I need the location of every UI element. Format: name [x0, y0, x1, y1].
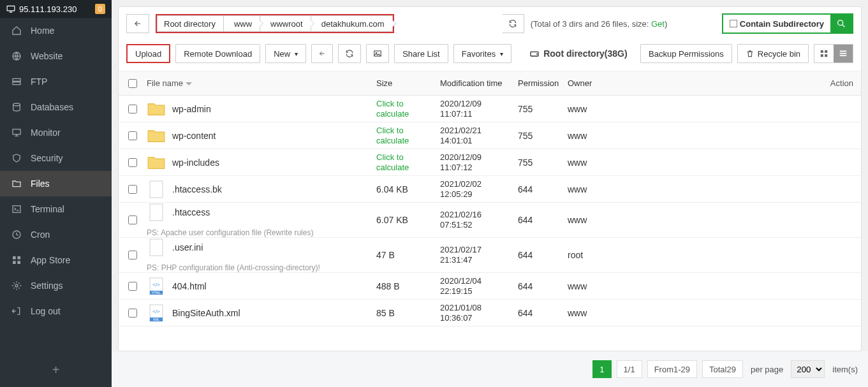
globe-icon — [11, 51, 22, 61]
table-row[interactable]: .user.ini PS: PHP configuration file (An… — [119, 238, 861, 273]
file-icon — [147, 238, 166, 257]
row-checkbox[interactable] — [128, 131, 137, 140]
sidebar-item-monitor[interactable]: Monitor — [0, 120, 112, 145]
svg-rect-25 — [150, 181, 163, 198]
file-name[interactable]: .htaccess.bk — [172, 184, 222, 194]
file-name[interactable]: wp-includes — [172, 157, 219, 168]
row-checkbox[interactable] — [128, 309, 137, 318]
backup-permissions-button[interactable]: Backup Permissions — [640, 44, 732, 63]
row-checkbox[interactable] — [128, 251, 137, 259]
folder-icon — [147, 99, 166, 119]
table-row[interactable]: wp-includes Click to calculate 2020/12/0… — [119, 149, 861, 176]
breadcrumb-refresh-button[interactable] — [503, 14, 524, 33]
table-row[interactable]: .htaccess PS: Apache user configuration … — [119, 203, 861, 238]
column-owner-header[interactable]: Owner — [568, 78, 809, 88]
get-size-link[interactable]: Get — [651, 19, 665, 29]
refresh-button[interactable] — [338, 44, 361, 63]
contain-subdirectory-toggle[interactable]: Contain Subdirectory — [723, 19, 830, 29]
db-icon — [11, 102, 22, 112]
sidebar-item-shield[interactable]: Security — [0, 145, 112, 171]
view-grid-button[interactable] — [814, 45, 834, 62]
breadcrumb-seg-1[interactable]: wwwroot — [260, 15, 311, 32]
recycle-bin-button[interactable]: Recycle bin — [737, 44, 809, 63]
column-size-header[interactable]: Size — [376, 78, 440, 88]
svg-rect-0 — [7, 6, 15, 11]
table-row[interactable]: </>XML BingSiteAuth.xml 85 B 2021/01/08 … — [119, 300, 861, 326]
breadcrumb-root[interactable]: Root directory — [157, 15, 224, 32]
sidebar-item-folder[interactable]: Files — [0, 171, 112, 196]
click-to-calculate[interactable]: Click to calculate — [376, 99, 440, 119]
file-name[interactable]: wp-content — [172, 131, 216, 141]
file-permission: 644 — [518, 184, 568, 194]
page-total: 1/1 — [617, 360, 642, 378]
row-checkbox[interactable] — [128, 185, 137, 194]
sidebar-item-globe[interactable]: Website — [0, 43, 112, 69]
file-name[interactable]: .htaccess — [172, 207, 210, 217]
table-row[interactable]: wp-admin Click to calculate 2020/12/09 1… — [119, 96, 861, 122]
apps-icon — [11, 255, 22, 265]
file-name[interactable]: BingSiteAuth.xml — [172, 308, 240, 318]
sidebar-item-terminal[interactable]: Terminal — [0, 196, 112, 222]
logout-icon — [11, 306, 22, 316]
file-name[interactable]: .user.ini — [172, 242, 203, 252]
favorites-button[interactable]: Favorites▾ — [453, 44, 511, 63]
row-checkbox[interactable] — [128, 105, 137, 113]
file-permission: 644 — [518, 281, 568, 291]
server-ip: 95.111.193.230 — [19, 4, 91, 14]
file-permission: 755 — [518, 104, 568, 114]
search-button[interactable] — [830, 15, 852, 33]
refresh-icon — [508, 19, 517, 28]
sidebar-item-ftp[interactable]: FTP — [0, 69, 112, 94]
file-owner: www — [568, 157, 809, 168]
table-row[interactable]: wp-content Click to calculate 2021/02/21… — [119, 122, 861, 149]
svg-rect-22 — [840, 50, 847, 52]
sidebar-item-label: Settings — [31, 281, 63, 291]
row-checkbox[interactable] — [128, 158, 137, 167]
nav-back-button[interactable] — [311, 44, 333, 63]
column-name-header[interactable]: File name — [147, 78, 192, 88]
file-name[interactable]: wp-admin — [172, 104, 211, 114]
file-permission: 644 — [518, 215, 568, 225]
sidebar-item-apps[interactable]: App Store — [0, 247, 112, 273]
row-checkbox[interactable] — [128, 282, 137, 291]
table-row[interactable]: .htaccess.bk 6.04 KB 2021/02/02 12:05:29… — [119, 176, 861, 203]
page-1-button[interactable]: 1 — [592, 360, 611, 378]
sidebar-item-cron[interactable]: Cron — [0, 222, 112, 247]
svg-text:</>: </> — [152, 282, 160, 288]
image-icon — [373, 49, 382, 58]
column-perm-header[interactable]: Permission — [518, 78, 568, 88]
folder-icon — [147, 126, 166, 145]
file-name[interactable]: 404.html — [172, 281, 207, 291]
view-list-button[interactable] — [834, 45, 853, 62]
breadcrumb-seg-2[interactable]: detakhukum.com — [311, 15, 393, 32]
sidebar-add-button[interactable]: + — [0, 353, 112, 387]
arrow-left-icon — [133, 19, 142, 28]
breadcrumb-seg-0[interactable]: www — [224, 15, 260, 32]
picture-button[interactable] — [366, 44, 389, 63]
file-owner: root — [568, 250, 809, 260]
new-button[interactable]: New▾ — [265, 44, 306, 63]
file-owner: www — [568, 215, 809, 225]
terminal-icon — [11, 204, 22, 214]
sidebar-item-db[interactable]: Databases — [0, 94, 112, 120]
sidebar-item-gear[interactable]: Settings — [0, 273, 112, 298]
click-to-calculate[interactable]: Click to calculate — [376, 126, 440, 145]
notification-badge[interactable]: 0 — [95, 4, 105, 14]
select-all-checkbox[interactable] — [128, 79, 137, 88]
per-page-select[interactable]: 200 — [791, 360, 825, 378]
share-list-button[interactable]: Share List — [394, 44, 448, 63]
remote-download-button[interactable]: Remote Download — [175, 44, 260, 63]
table-row[interactable]: </>HTML 404.html 488 B 2020/12/04 22:19:… — [119, 273, 861, 300]
click-to-calculate[interactable]: Click to calculate — [376, 152, 440, 172]
sidebar-item-home[interactable]: Home — [0, 18, 112, 43]
column-mod-header[interactable]: Modification time — [440, 78, 518, 89]
arrow-left-icon — [318, 50, 326, 57]
column-action-header: Action — [809, 78, 853, 88]
sidebar-item-logout[interactable]: Log out — [0, 298, 112, 324]
sidebar-top: 95.111.193.230 0 — [0, 0, 112, 18]
row-checkbox[interactable] — [128, 215, 137, 224]
back-button[interactable] — [126, 14, 149, 33]
upload-button[interactable]: Upload — [126, 44, 170, 63]
file-size: 85 B — [376, 308, 440, 318]
file-owner: www — [568, 281, 809, 291]
